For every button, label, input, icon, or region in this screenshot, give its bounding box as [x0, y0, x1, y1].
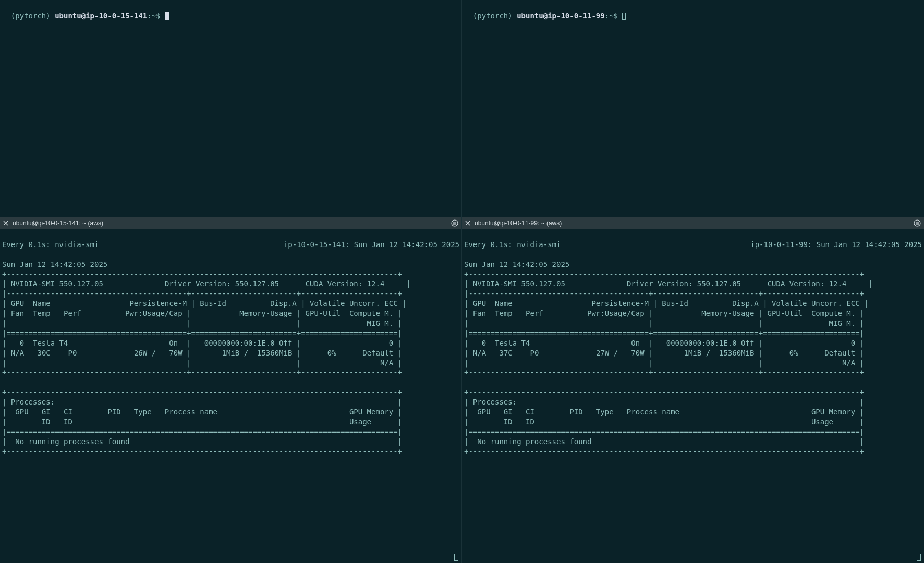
scroll-indicator-icon: [917, 554, 921, 561]
close-icon[interactable]: [465, 221, 470, 226]
gpu-persistence: On: [169, 339, 178, 347]
gpu-busid: 00000000:00:1E.0: [204, 339, 275, 347]
smi-hdr: Fan Temp Perf Pwr:Usage/Cap: [6, 309, 187, 317]
gpu-dispa: Off: [279, 339, 292, 347]
smi-version: NVIDIA-SMI 550.127.05: [473, 279, 565, 288]
smi-hdr: GPU-Util Compute M.: [301, 309, 397, 317]
smi-hdr: GPU Name Persistence-M: [6, 299, 191, 308]
gpu-mem-total: 15360MiB: [257, 349, 292, 357]
scroll-indicator-icon: [454, 554, 458, 561]
smi-hdr: Memory-Usage: [653, 309, 758, 317]
smi-date: Sun Jan 12 14:42:05 2025: [464, 260, 569, 268]
smi-driver: Driver Version: 550.127.05: [627, 279, 741, 288]
tab-title: ubuntu@ip-10-0-15-141: ~ (aws): [13, 219, 103, 227]
prompt-userhost: ubuntu@ip-10-0-15-141: [55, 11, 147, 20]
smi-cuda: CUDA Version: 12.4: [768, 279, 847, 288]
gpu-name: Tesla T4: [495, 339, 530, 347]
gpu-idx: 0: [20, 339, 24, 347]
smi-hdr: GPU-Util Compute M.: [763, 309, 859, 317]
prompt-tail: :~$: [605, 11, 623, 20]
gpu-dispa: Off: [741, 339, 754, 347]
gpu-mem-used: 1MiB: [684, 349, 702, 357]
hamburger-menu-icon[interactable]: [451, 219, 458, 227]
watch-interval: Every 0.1s: nvidia-smi: [464, 240, 561, 250]
prompt-userhost: ubuntu@ip-10-0-11-99: [517, 11, 605, 20]
smi-hdr: Fan Temp Perf Pwr:Usage/Cap: [468, 309, 649, 317]
gpu-compute: Default: [824, 349, 855, 357]
smi-date: Sun Jan 12 14:42:05 2025: [2, 260, 107, 268]
proc-header: Processes:: [11, 398, 55, 406]
smi-hdr: Memory-Usage: [191, 309, 296, 317]
gpu-fan: N/A: [473, 349, 486, 357]
cursor-hollow: [622, 13, 626, 20]
smi-hdr: Volatile Uncorr. ECC: [306, 299, 402, 308]
terminal-pane-bottom-right[interactable]: Every 0.1s: nvidia-smiip-10-0-11-99: Sun…: [462, 229, 924, 563]
gpu-pwr-cap: 70W: [631, 349, 644, 357]
gpu-busid: 00000000:00:1E.0: [666, 339, 737, 347]
smi-hdr: Bus-Id Disp.A: [658, 299, 763, 308]
watch-interval: Every 0.1s: nvidia-smi: [2, 240, 99, 250]
proc-cols: ID ID Usage: [468, 418, 859, 426]
cursor-block: [165, 12, 169, 20]
terminal-pane-top-left[interactable]: (pytorch) ubuntu@ip-10-0-15-141:~$: [0, 0, 462, 217]
gpu-perf: P0: [68, 349, 77, 357]
smi-version: NVIDIA-SMI 550.127.05: [11, 279, 103, 288]
smi-hdr: MIG M.: [301, 319, 397, 327]
gpu-util: 0%: [789, 349, 798, 357]
proc-cols: GPU GI CI PID Type Process name GPU Memo…: [6, 408, 397, 416]
smi-cuda: CUDA Version: 12.4: [306, 279, 385, 288]
gpu-pwr-usage: 27W: [596, 349, 609, 357]
hamburger-menu-icon[interactable]: [914, 219, 921, 227]
watch-header: Every 0.1s: nvidia-smiip-10-0-15-141: Su…: [2, 240, 459, 250]
proc-header: Processes:: [473, 398, 517, 406]
gpu-ecc: 0: [389, 339, 393, 347]
tab-titlebar-right[interactable]: ubuntu@ip-10-0-11-99: ~ (aws): [462, 217, 924, 229]
gpu-util: 0%: [327, 349, 336, 357]
terminal-pane-bottom-left[interactable]: Every 0.1s: nvidia-smiip-10-0-15-141: Su…: [0, 229, 462, 563]
gpu-temp: 30C: [37, 349, 50, 357]
watch-host-time: ip-10-0-15-141: Sun Jan 12 14:42:05 2025: [284, 240, 459, 250]
gpu-fan: N/A: [11, 349, 24, 357]
smi-hdr: MIG M.: [763, 319, 859, 327]
gpu-persistence: On: [631, 339, 640, 347]
terminal-pane-top-right[interactable]: (pytorch) ubuntu@ip-10-0-11-99:~$: [462, 0, 924, 217]
tab-title: ubuntu@ip-10-0-11-99: ~ (aws): [475, 219, 562, 227]
smi-hdr: GPU Name Persistence-M: [468, 299, 653, 308]
smi-hdr: Volatile Uncorr. ECC: [768, 299, 864, 308]
gpu-mem-total: 15360MiB: [719, 349, 754, 357]
smi-driver: Driver Version: 550.127.05: [165, 279, 279, 288]
gpu-compute: Default: [362, 349, 393, 357]
gpu-pwr-cap: 70W: [169, 349, 182, 357]
gpu-mig: N/A: [842, 359, 855, 367]
gpu-mig: N/A: [380, 359, 393, 367]
gpu-mem-used: 1MiB: [222, 349, 240, 357]
gpu-perf: P0: [530, 349, 539, 357]
prompt-tail: :~$: [147, 11, 165, 20]
proc-cols: GPU GI CI PID Type Process name GPU Memo…: [468, 408, 859, 416]
smi-hdr: Bus-Id Disp.A: [196, 299, 301, 308]
gpu-name: Tesla T4: [33, 339, 68, 347]
proc-cols: ID ID Usage: [6, 418, 397, 426]
no-proc: No running processes found: [6, 437, 129, 446]
prompt-env: (pytorch): [11, 11, 55, 20]
watch-host-time: ip-10-0-11-99: Sun Jan 12 14:42:05 2025: [750, 240, 922, 250]
gpu-temp: 37C: [499, 349, 512, 357]
tab-titlebar-left[interactable]: ubuntu@ip-10-0-15-141: ~ (aws): [0, 217, 462, 229]
gpu-ecc: 0: [851, 339, 855, 347]
prompt-env: (pytorch): [473, 11, 517, 20]
watch-header: Every 0.1s: nvidia-smiip-10-0-11-99: Sun…: [464, 240, 922, 250]
no-proc: No running processes found: [468, 437, 591, 446]
gpu-idx: 0: [482, 339, 486, 347]
nvidia-smi-output: Sun Jan 12 14:42:05 2025 +--------------…: [2, 260, 459, 457]
nvidia-smi-output: Sun Jan 12 14:42:05 2025 +--------------…: [464, 260, 922, 457]
gpu-pwr-usage: 26W: [134, 349, 147, 357]
close-icon[interactable]: [3, 221, 8, 226]
